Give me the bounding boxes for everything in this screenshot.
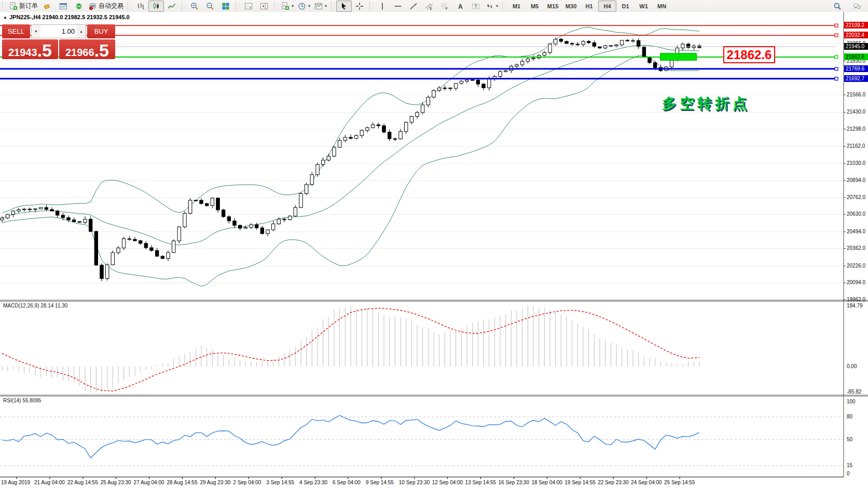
price-level-badge: 22032.4 bbox=[844, 32, 868, 38]
timeframe-h1-button[interactable]: H1 bbox=[580, 1, 598, 12]
arrows-button[interactable]: ▾ bbox=[484, 1, 500, 12]
volume-input[interactable]: ▼ 1.00 ▲ bbox=[31, 24, 86, 38]
indicators-icon bbox=[281, 2, 290, 10]
chat-icon bbox=[853, 2, 861, 10]
timeframe-mn-button[interactable]: MN bbox=[653, 1, 671, 12]
buy-button[interactable]: BUY bbox=[87, 24, 115, 38]
line-chart-button[interactable] bbox=[164, 1, 180, 12]
macd-indicator-label: MACD(12,26,9) 28.14 11.30 bbox=[3, 303, 67, 308]
channel-icon: E bbox=[425, 2, 433, 10]
svg-text:E: E bbox=[430, 6, 433, 10]
fibonacci-button[interactable]: F bbox=[437, 1, 452, 12]
price-level-badge: 21769.6 bbox=[844, 65, 868, 72]
price-axis-tick: 21430.0 bbox=[847, 109, 865, 115]
timeframe-m15-button[interactable]: M15 bbox=[544, 1, 562, 12]
search-icon bbox=[833, 2, 842, 10]
search-button[interactable] bbox=[830, 1, 845, 12]
autotrading-button[interactable]: 自动交易 bbox=[87, 1, 126, 12]
svg-text:F: F bbox=[446, 6, 448, 10]
timeframe-m5-button[interactable]: M5 bbox=[526, 1, 544, 12]
horizontal-line-button[interactable] bbox=[390, 1, 406, 12]
trendline-button[interactable] bbox=[406, 1, 421, 12]
macd-axis-tick: 184.79 bbox=[847, 303, 863, 308]
buy-price[interactable]: 21966.5 bbox=[59, 39, 115, 59]
volume-decrease-button[interactable]: ▼ bbox=[32, 25, 40, 38]
time-axis-label: 6 Sep 04:00 bbox=[333, 480, 361, 485]
crosshair-button[interactable] bbox=[352, 1, 367, 12]
equidistant-channel-button[interactable]: E bbox=[421, 1, 437, 12]
candlestick-button[interactable] bbox=[148, 1, 164, 12]
vertical-line-button[interactable] bbox=[375, 1, 390, 12]
time-axis-label: 3 Sep 14:55 bbox=[266, 480, 294, 485]
dropdown-caret-icon: ▾ bbox=[308, 4, 310, 8]
eraser-button[interactable] bbox=[40, 1, 56, 12]
signal-icon bbox=[75, 2, 83, 10]
chart-canvas[interactable] bbox=[0, 12, 868, 491]
autoscroll-button[interactable] bbox=[241, 1, 256, 12]
rsi-axis-tick: 15 bbox=[847, 462, 852, 468]
periods-button[interactable]: ▾ bbox=[296, 1, 312, 12]
volume-increase-button[interactable]: ▲ bbox=[77, 25, 86, 38]
time-axis-label: 21 Aug 04:00 bbox=[34, 480, 65, 485]
time-axis-label: 19 Aug 2019 bbox=[1, 480, 30, 485]
dropdown-caret-icon: ▾ bbox=[496, 4, 498, 8]
price-axis-tick: 21030.0 bbox=[847, 160, 865, 166]
text-label-button[interactable]: T bbox=[468, 1, 484, 12]
new-order-button[interactable]: 新订单 bbox=[7, 1, 40, 12]
vline-icon bbox=[378, 2, 387, 10]
price-axis-tick: 20630.0 bbox=[847, 211, 865, 217]
price-axis-tick: 19962.0 bbox=[847, 297, 865, 302]
svg-text:T: T bbox=[475, 4, 477, 9]
time-axis-label: 25 Aug 23:30 bbox=[101, 480, 131, 485]
sell-button[interactable]: SELL bbox=[2, 24, 30, 38]
sell-price[interactable]: 21943.5 bbox=[2, 39, 58, 59]
rsi-axis-tick: 0 bbox=[847, 471, 850, 476]
price-level-badge: 21862.6 bbox=[844, 53, 868, 60]
rsi-axis-tick: 100 bbox=[847, 399, 856, 404]
chat-button[interactable] bbox=[849, 1, 865, 12]
price-callout-label: 21862.6 bbox=[723, 46, 775, 63]
timeframe-d1-button[interactable]: D1 bbox=[616, 1, 635, 12]
price-level-badge: 22109.2 bbox=[844, 22, 868, 29]
svg-text:A: A bbox=[458, 3, 463, 10]
zoom-in-button[interactable] bbox=[187, 1, 202, 12]
price-level-badge: 21945.0 bbox=[844, 43, 868, 50]
price-axis-tick: 21298.0 bbox=[847, 126, 865, 132]
price-axis-tick: 20494.0 bbox=[847, 229, 865, 234]
time-axis-label: 27 Aug 04:00 bbox=[134, 480, 164, 485]
text-button[interactable]: A bbox=[452, 1, 468, 12]
chart-annotation-text: 多空转折点 bbox=[662, 94, 750, 114]
volume-value[interactable]: 1.00 bbox=[40, 25, 77, 38]
rsi-axis-tick: 50 bbox=[847, 437, 852, 442]
macd-axis-tick: -85.82 bbox=[847, 389, 861, 395]
dropdown-caret-icon: ▾ bbox=[292, 4, 294, 8]
timeframe-w1-button[interactable]: W1 bbox=[635, 1, 653, 12]
crosshair-icon bbox=[355, 2, 364, 10]
bar-chart-button[interactable] bbox=[133, 1, 148, 12]
indicators-button[interactable]: ▾ bbox=[279, 1, 296, 12]
time-axis-label: 22 Aug 14:55 bbox=[67, 480, 98, 485]
fibonacci-icon: F bbox=[440, 2, 449, 10]
hline-icon bbox=[394, 2, 402, 10]
zoom-out-button[interactable] bbox=[202, 1, 218, 12]
top-toolbar: 新订单自动交易▾▾▾EFAT▾ M1M5M15M30H1H4D1W1MN bbox=[0, 0, 868, 12]
signals-button[interactable] bbox=[71, 1, 87, 12]
templates-button[interactable]: ▾ bbox=[312, 1, 329, 12]
cursor-button[interactable] bbox=[336, 1, 352, 12]
price-axis-tick: 21162.0 bbox=[847, 143, 865, 149]
dropdown-caret-icon: ▾ bbox=[325, 4, 327, 8]
collapse-triangle-icon[interactable]: ▲ bbox=[3, 15, 7, 20]
rsi-axis-tick: 80 bbox=[847, 414, 852, 419]
chart-shift-icon bbox=[260, 2, 268, 10]
chart-shift-button[interactable] bbox=[256, 1, 272, 12]
time-axis-label: 28 Aug 14:55 bbox=[167, 480, 198, 485]
candlestick-icon bbox=[152, 2, 160, 10]
chart-area[interactable]: ▲JPN225-,H4 21940.0 21982.5 21932.5 2194… bbox=[0, 12, 868, 491]
timeframe-m30-button[interactable]: M30 bbox=[562, 1, 580, 12]
price-axis-tick: 21566.0 bbox=[847, 92, 865, 97]
timeframe-m1-button[interactable]: M1 bbox=[507, 1, 526, 12]
toolbar-group-grip bbox=[236, 2, 239, 10]
timeframe-h4-button[interactable]: H4 bbox=[598, 1, 616, 12]
tile-windows-button[interactable] bbox=[218, 1, 233, 12]
new-chart-button[interactable] bbox=[56, 1, 71, 12]
